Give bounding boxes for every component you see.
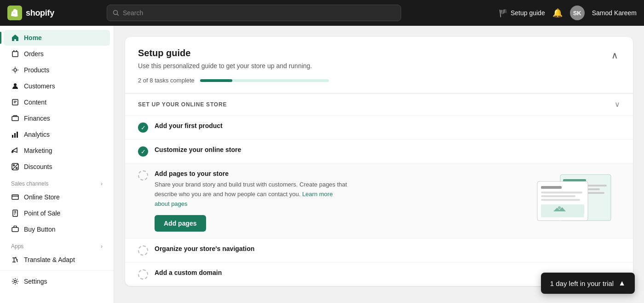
shopify-logo-icon bbox=[7, 6, 22, 20]
svg-rect-25 bbox=[541, 192, 582, 193]
sidebar-products-label: Products bbox=[24, 66, 49, 74]
task-add-pages[interactable]: Add pages to your store Share your brand… bbox=[125, 163, 633, 238]
svg-rect-7 bbox=[12, 135, 13, 138]
user-name: Samod Kareem bbox=[592, 9, 637, 17]
sales-channels-label: Sales channels bbox=[11, 181, 48, 187]
task-add-pages-title: Add pages to your store bbox=[155, 170, 522, 177]
discounts-icon bbox=[11, 163, 19, 171]
orders-icon bbox=[11, 50, 19, 58]
task-add-product[interactable]: ✓ Add your first product bbox=[125, 115, 633, 139]
svg-rect-27 bbox=[541, 199, 580, 201]
sidebar-item-buy-button[interactable]: Buy Button bbox=[4, 221, 110, 237]
setup-guide-subtitle: Use this personalized guide to get your … bbox=[138, 62, 329, 70]
svg-point-17 bbox=[14, 280, 17, 283]
sidebar-pos-label: Point of Sale bbox=[24, 210, 60, 217]
svg-rect-6 bbox=[12, 117, 18, 121]
sidebar-item-online-store[interactable]: Online Store bbox=[4, 189, 110, 205]
task-illustration bbox=[528, 170, 620, 225]
buy-button-icon bbox=[11, 225, 19, 233]
apps-label: Apps bbox=[11, 243, 23, 250]
sidebar-item-settings[interactable]: Settings bbox=[4, 274, 110, 289]
flag-icon: 🏴 bbox=[499, 9, 508, 17]
svg-rect-24 bbox=[541, 186, 562, 189]
sidebar-item-products[interactable]: Products bbox=[4, 62, 110, 78]
sidebar-item-orders[interactable]: Orders bbox=[4, 46, 110, 62]
svg-rect-2 bbox=[12, 52, 18, 57]
sidebar-item-home[interactable]: Home bbox=[4, 30, 110, 46]
sidebar-divider bbox=[0, 270, 114, 271]
pos-icon bbox=[11, 209, 19, 217]
trial-badge[interactable]: 1 day left in your trial ▲ bbox=[541, 273, 635, 294]
search-icon bbox=[113, 10, 119, 16]
finances-icon bbox=[11, 114, 19, 122]
sidebar-item-finances[interactable]: Finances bbox=[4, 111, 110, 126]
progress-label: 2 of 8 tasks complete bbox=[138, 77, 195, 84]
sidebar-analytics-label: Analytics bbox=[24, 131, 50, 138]
sidebar-item-discounts[interactable]: Discounts bbox=[4, 159, 110, 175]
sidebar-customers-label: Customers bbox=[24, 82, 55, 90]
task-navigation[interactable]: Organize your store's navigation bbox=[125, 238, 633, 262]
setup-guide-button[interactable]: 🏴 Setup guide bbox=[499, 9, 545, 17]
svg-point-29 bbox=[558, 206, 561, 209]
progress-bar-fill bbox=[200, 79, 232, 82]
apps-chevron-icon[interactable]: › bbox=[101, 243, 103, 250]
home-icon bbox=[11, 34, 19, 42]
task-customize-store[interactable]: ✓ Customize your online store bbox=[125, 139, 633, 163]
analytics-icon bbox=[11, 130, 19, 139]
task-customize-store-content: Customize your online store bbox=[155, 146, 620, 156]
products-icon bbox=[11, 66, 19, 74]
search-input[interactable] bbox=[123, 9, 395, 17]
svg-point-11 bbox=[13, 165, 15, 166]
task-add-product-content: Add your first product bbox=[155, 122, 620, 132]
sidebar-translate-label: Translate & Adapt bbox=[24, 256, 75, 263]
settings-icon bbox=[11, 277, 19, 286]
setup-guide-label: Setup guide bbox=[511, 9, 545, 17]
task-check-pending-icon-2 bbox=[138, 245, 148, 256]
customers-icon bbox=[11, 82, 19, 90]
translate-icon bbox=[11, 256, 19, 264]
task-check-pending-icon bbox=[138, 170, 148, 181]
svg-rect-26 bbox=[541, 195, 575, 197]
svg-point-12 bbox=[16, 168, 17, 169]
trial-badge-text: 1 day left in your trial bbox=[550, 280, 614, 287]
sidebar-content-label: Content bbox=[24, 99, 46, 106]
sidebar-discounts-label: Discounts bbox=[24, 163, 52, 170]
sidebar-item-analytics[interactable]: Analytics bbox=[4, 127, 110, 142]
section-header[interactable]: SET UP YOUR ONLINE STORE ∨ bbox=[125, 93, 633, 115]
notification-bell-icon[interactable]: 🔔 bbox=[552, 8, 563, 18]
section-chevron-icon: ∨ bbox=[615, 100, 620, 109]
add-pages-button[interactable]: Add pages bbox=[155, 215, 206, 232]
logo-text: shopify bbox=[26, 8, 54, 18]
sidebar-orders-label: Orders bbox=[24, 50, 44, 58]
logo[interactable]: shopify bbox=[7, 6, 54, 20]
setup-guide-header-left: Setup guide Use this personalized guide … bbox=[138, 48, 329, 84]
content-icon bbox=[11, 98, 19, 106]
sidebar-home-label: Home bbox=[24, 34, 42, 41]
topnav-right: 🏴 Setup guide 🔔 SK Samod Kareem bbox=[499, 6, 637, 20]
user-initials: SK bbox=[573, 10, 581, 17]
sidebar-item-customers[interactable]: Customers bbox=[4, 78, 110, 94]
sidebar-item-point-of-sale[interactable]: Point of Sale bbox=[4, 205, 110, 221]
sidebar-marketing-label: Marketing bbox=[24, 147, 52, 154]
svg-point-4 bbox=[14, 83, 17, 86]
svg-rect-16 bbox=[12, 227, 18, 232]
svg-rect-0 bbox=[7, 6, 22, 20]
avatar[interactable]: SK bbox=[570, 6, 585, 20]
search-bar[interactable] bbox=[107, 5, 401, 21]
collapse-button[interactable]: ∧ bbox=[610, 48, 620, 63]
task-customize-title: Customize your online store bbox=[155, 146, 620, 153]
sidebar-item-translate-adapt[interactable]: Translate & Adapt bbox=[4, 252, 110, 268]
online-store-icon bbox=[11, 193, 19, 201]
progress-bar-background bbox=[200, 79, 329, 82]
svg-rect-15 bbox=[13, 210, 17, 216]
sidebar-online-store-label: Online Store bbox=[24, 193, 60, 201]
sales-channels-chevron-icon[interactable]: › bbox=[101, 181, 103, 187]
sidebar-item-content[interactable]: Content bbox=[4, 94, 110, 110]
sidebar-item-marketing[interactable]: Marketing bbox=[4, 143, 110, 158]
svg-rect-8 bbox=[14, 133, 16, 138]
svg-point-3 bbox=[14, 69, 17, 71]
progress-row: 2 of 8 tasks complete bbox=[138, 77, 329, 84]
chevron-up-icon: ∧ bbox=[611, 50, 618, 60]
task-check-done-icon-2: ✓ bbox=[138, 146, 148, 157]
top-navigation: shopify 🏴 Setup guide 🔔 SK Samod Kareem bbox=[0, 0, 644, 26]
